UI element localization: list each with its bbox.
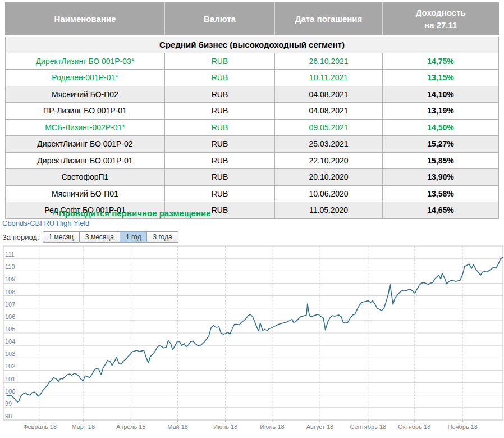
maturity-cell: 10.06.2020 — [275, 185, 383, 202]
table-row: Мясничий БО-П01RUB10.06.202013,58% — [6, 185, 499, 202]
currency-cell: RUB — [165, 152, 275, 169]
x-axis-label: Февраль 18 — [23, 423, 57, 430]
maturity-cell: 22.10.2020 — [275, 152, 383, 169]
section-header-row: Средний бизнес (высокодоходный сегмент) — [6, 36, 499, 53]
bond-name-cell: ДиректЛизинг БО 001Р-03* — [6, 53, 165, 70]
index-link[interactable]: Cbonds-CBI RU High Yield — [2, 219, 89, 227]
yield-cell: 14,65% — [383, 202, 499, 219]
maturity-cell: 20.10.2020 — [275, 169, 383, 186]
bond-name-cell: ПР-Лизинг БО 001Р-01 — [6, 103, 165, 120]
period-button-3-года[interactable]: 3 года — [147, 231, 178, 243]
y-axis-label: 104 — [5, 338, 15, 345]
currency-cell: RUB — [165, 103, 275, 120]
y-axis-label: 111 — [5, 251, 15, 258]
table-row: ДиректЛизинг БО 001Р-03*RUB26.10.202114,… — [6, 53, 499, 70]
x-axis-label: Август 18 — [306, 423, 333, 430]
bond-name-cell: СветофорП1 — [6, 169, 165, 186]
x-axis-label: Июль 18 — [260, 423, 284, 430]
y-axis-label: 108 — [5, 289, 15, 295]
bond-name-cell: МСБ-Лизинг-002Р-01* — [6, 119, 165, 136]
bond-name-cell: Роделен-001Р-01* — [6, 70, 165, 86]
y-axis-label: 99 — [5, 400, 12, 407]
bond-name-cell: Мясничий БО-П02 — [6, 86, 165, 103]
table-header-row: НаименованиеВалютаДата погашенияДоходнос… — [6, 2, 499, 36]
x-axis-label: Октябрь 18 — [398, 423, 430, 430]
currency-cell: RUB — [165, 169, 275, 186]
y-axis-label: 101 — [5, 376, 15, 382]
currency-cell: RUB — [165, 70, 275, 86]
table-row: Роделен-001Р-01*RUB10.11.202113,15% — [6, 70, 499, 86]
bond-name-cell: ДиректЛизинг БО 001Р-02 — [6, 136, 165, 153]
yield-cell: 13,58% — [383, 185, 499, 202]
currency-cell: RUB — [165, 86, 275, 103]
period-buttons: 1 месяц3 месяца1 год3 года — [43, 231, 178, 243]
index-chart: 9899100101102103104105106107108109110111… — [0, 245, 504, 438]
maturity-cell: 26.10.2021 — [275, 53, 383, 70]
section-title: Средний бизнес (высокодоходный сегмент) — [6, 36, 499, 53]
currency-cell: RUB — [165, 119, 275, 136]
period-button-1-год[interactable]: 1 год — [120, 231, 148, 243]
yield-cell: 13,90% — [383, 169, 499, 186]
page: НаименованиеВалютаДата погашенияДоходнос… — [0, 0, 504, 438]
table-row: ПР-Лизинг БО 001Р-01RUB04.08.202113,19% — [6, 103, 499, 120]
y-axis-label: 100 — [5, 388, 15, 395]
currency-cell: RUB — [165, 53, 275, 70]
x-axis-label: Май 18 — [167, 423, 188, 430]
column-header: Дата погашения — [275, 2, 383, 36]
x-axis-label: Март 18 — [71, 423, 95, 430]
maturity-cell: 09.05.2021 — [275, 119, 383, 136]
table-row: СветофорП1RUB20.10.202013,90% — [6, 169, 499, 186]
table-row: МСБ-Лизинг-002Р-01*RUB09.05.202114,50% — [6, 119, 499, 136]
yield-cell: 15,27% — [383, 136, 499, 153]
y-axis-label: 110 — [5, 263, 15, 270]
currency-cell: RUB — [165, 185, 275, 202]
period-button-3-месяца[interactable]: 3 месяца — [80, 231, 120, 243]
yield-cell: 15,85% — [383, 152, 499, 169]
x-axis-label: Апрель 18 — [116, 423, 146, 430]
table-row: ДиректЛизинг БО 001Р-01RUB22.10.202015,8… — [6, 152, 499, 169]
maturity-cell: 04.08.2021 — [275, 86, 383, 103]
x-axis-label: Сентябрь 18 — [350, 423, 387, 430]
yield-cell: 14,50% — [383, 119, 499, 136]
table-row: ДиректЛизинг БО 001Р-02RUB25.03.202115,2… — [6, 136, 499, 153]
period-button-1-месяц[interactable]: 1 месяц — [43, 231, 80, 243]
y-axis-label: 98 — [5, 413, 12, 419]
period-selector: За период: 1 месяц3 месяца1 год3 года — [2, 231, 178, 243]
bonds-table: НаименованиеВалютаДата погашенияДоходнос… — [5, 2, 499, 219]
currency-cell: RUB — [165, 136, 275, 153]
y-axis-label: 102 — [5, 363, 15, 369]
yield-cell: 14,10% — [383, 86, 499, 103]
column-header: Валюта — [165, 2, 275, 36]
column-header: Доходность на 27.11 — [383, 2, 499, 36]
bond-name-cell: ДиректЛизинг БО 001Р-01 — [6, 152, 165, 169]
y-axis-label: 107 — [5, 301, 15, 308]
maturity-cell: 10.11.2021 — [275, 70, 383, 86]
y-axis-label: 105 — [5, 326, 15, 332]
yield-cell: 13,15% — [383, 70, 499, 86]
y-axis-label: 106 — [5, 313, 15, 320]
maturity-cell: 11.05.2020 — [275, 202, 383, 219]
yield-cell: 14,75% — [383, 53, 499, 70]
yield-cell: 13,19% — [383, 103, 499, 120]
footnote: * Проводится первичное размещение — [53, 208, 211, 218]
bond-name-cell: Мясничий БО-П01 — [6, 185, 165, 202]
table-row: Мясничий БО-П02RUB04.08.202114,10% — [6, 86, 499, 103]
y-axis-label: 103 — [5, 350, 15, 357]
x-axis-label: Ноябрь 18 — [447, 423, 477, 430]
maturity-cell: 04.08.2021 — [275, 103, 383, 120]
period-label: За период: — [2, 233, 39, 241]
column-header: Наименование — [6, 2, 165, 36]
x-axis-label: Июнь 18 — [213, 423, 237, 430]
maturity-cell: 25.03.2021 — [275, 136, 383, 153]
y-axis-label: 109 — [5, 276, 15, 282]
